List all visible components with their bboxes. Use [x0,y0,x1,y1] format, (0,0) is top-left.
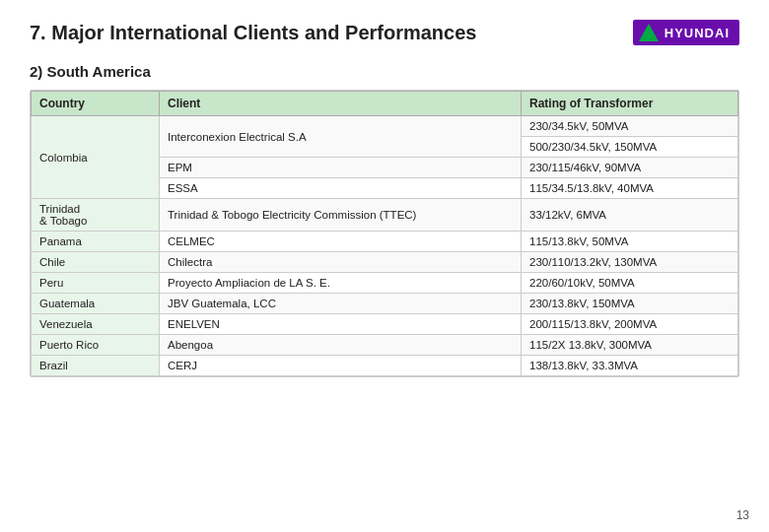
page-number: 13 [736,508,749,522]
country-cell: Colombia [32,116,160,199]
table-row: Trinidad & TobagoTrinidad & Tobogo Elect… [32,199,738,232]
page: 7. Major International Clients and Perfo… [0,0,769,532]
client-cell: JBV Guatemala, LCC [160,294,522,314]
rating-cell: 200/115/13.8kV, 200MVA [522,314,738,335]
rating-cell: 33/12kV, 6MVA [522,199,738,232]
country-cell: Trinidad & Tobago [32,199,160,232]
country-cell: Chile [32,252,160,273]
client-cell: Trinidad & Tobogo Electricity Commission… [160,199,522,232]
table-row: GuatemalaJBV Guatemala, LCC230/13.8kV, 1… [32,294,738,314]
client-cell: ENELVEN [160,314,522,335]
col-country: Country [32,92,160,116]
client-cell: EPM [160,158,522,178]
rating-cell: 230/110/13.2kV, 130MVA [522,252,738,273]
client-cell: CELMEC [160,232,522,252]
client-cell: Chilectra [160,252,522,273]
rating-cell: 230/115/46kV, 90MVA [522,158,738,178]
country-cell: Brazil [32,356,160,376]
table-header-row: Country Client Rating of Transformer [32,92,738,116]
col-client: Client [160,92,522,116]
hyundai-triangle-icon [639,24,659,41]
section-title: 2) South America [30,63,739,80]
rating-cell: 115/2X 13.8kV, 300MVA [522,335,738,356]
country-cell: Guatemala [32,294,160,314]
country-cell: Panama [32,232,160,252]
client-cell: Abengoa [160,335,522,356]
rating-cell: 138/13.8kV, 33.3MVA [522,356,738,376]
country-cell: Puerto Rico [32,335,160,356]
table-row: VenezuelaENELVEN200/115/13.8kV, 200MVA [32,314,738,335]
rating-cell: 220/60/10kV, 50MVA [522,273,738,294]
client-cell: CERJ [160,356,522,376]
client-cell: Interconexion Electrical S.A [160,116,522,158]
client-cell: Proyecto Ampliacion de LA S. E. [160,273,522,294]
hyundai-logo-text: HYUNDAI [664,26,730,40]
table-row: Puerto RicoAbengoa115/2X 13.8kV, 300MVA [32,335,738,356]
header: 7. Major International Clients and Perfo… [30,20,739,45]
rating-cell: 115/34.5/13.8kV, 40MVA [522,178,738,199]
hyundai-logo: HYUNDAI [633,20,739,45]
rating-cell: 230/34.5kV, 50MVA [522,116,738,137]
country-cell: Venezuela [32,314,160,335]
rating-cell: 230/13.8kV, 150MVA [522,294,738,314]
rating-cell: 115/13.8kV, 50MVA [522,232,738,252]
table-row: PanamaCELMEC115/13.8kV, 50MVA [32,232,738,252]
country-cell: Peru [32,273,160,294]
rating-cell: 500/230/34.5kV, 150MVA [522,137,738,158]
client-cell: ESSA [160,178,522,199]
table-row: ColombiaInterconexion Electrical S.A230/… [32,116,738,137]
table-body: ColombiaInterconexion Electrical S.A230/… [32,116,738,376]
page-title: 7. Major International Clients and Perfo… [30,22,476,44]
table-row: BrazilCERJ138/13.8kV, 33.3MVA [32,356,738,376]
clients-table: Country Client Rating of Transformer Col… [31,91,738,376]
col-rating: Rating of Transformer [522,92,738,116]
table-container: Country Client Rating of Transformer Col… [30,90,739,377]
table-row: PeruProyecto Ampliacion de LA S. E.220/6… [32,273,738,294]
table-row: ChileChilectra230/110/13.2kV, 130MVA [32,252,738,273]
